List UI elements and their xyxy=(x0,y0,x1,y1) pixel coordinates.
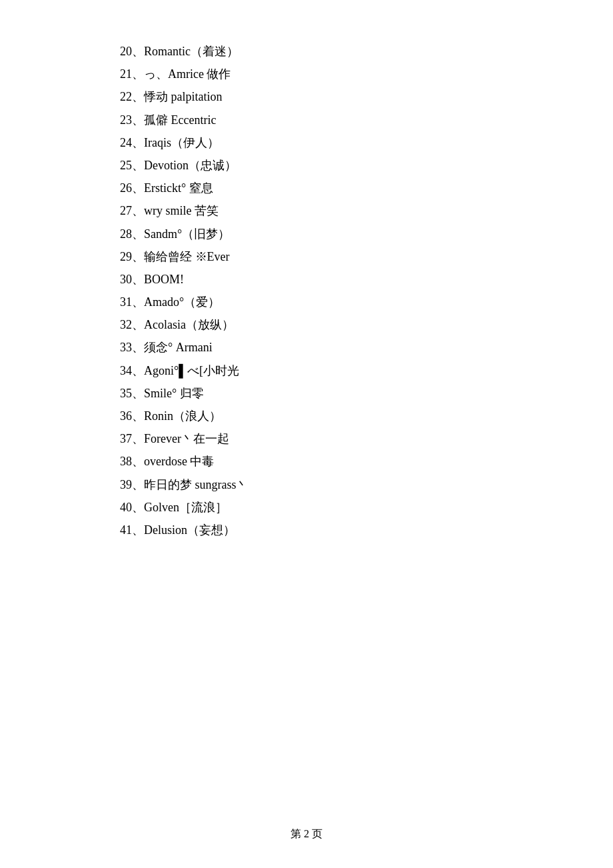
page-footer: 第 2 页 xyxy=(0,827,613,841)
page-number: 第 2 页 xyxy=(291,828,322,839)
list-item: 34、Agoni°▌べ[小时光 xyxy=(120,359,493,382)
list-item: 27、wry smile 苦笑 xyxy=(120,199,493,222)
list-container: 20、Romantic（着迷）21、っ、Amrice 做作22、悸动 palpi… xyxy=(120,40,493,541)
list-item: 36、Ronin（浪人） xyxy=(120,405,493,427)
list-item: 28、Sandm°（旧梦） xyxy=(120,223,493,245)
list-item: 41、Delusion（妄想） xyxy=(120,519,493,541)
list-item: 24、Iraqis（伊人） xyxy=(120,131,493,154)
list-item: 39、昨日的梦 sungrass丶 xyxy=(120,473,493,496)
list-item: 37、Forever丶在一起 xyxy=(120,427,493,450)
list-item: 38、overdose 中毒 xyxy=(120,450,493,473)
list-item: 40、Golven［流浪］ xyxy=(120,496,493,519)
list-item: 26、Erstickt° 窒息 xyxy=(120,177,493,199)
list-item: 30、BOOM! xyxy=(120,268,493,291)
list-item: 32、Acolasia（放纵） xyxy=(120,313,493,336)
list-item: 20、Romantic（着迷） xyxy=(120,40,493,63)
list-item: 29、输给曾经 ※Ever xyxy=(120,245,493,268)
list-item: 33、须念° Armani xyxy=(120,336,493,359)
list-item: 23、孤僻 Eccentric xyxy=(120,109,493,131)
list-item: 22、悸动 palpitation xyxy=(120,85,493,108)
list-item: 25、Devotion（忠诚） xyxy=(120,154,493,177)
page-container: 20、Romantic（着迷）21、っ、Amrice 做作22、悸动 palpi… xyxy=(0,0,613,868)
list-item: 31、Amado°（爱） xyxy=(120,291,493,313)
list-item: 35、Smile° 归零 xyxy=(120,382,493,405)
list-item: 21、っ、Amrice 做作 xyxy=(120,63,493,85)
